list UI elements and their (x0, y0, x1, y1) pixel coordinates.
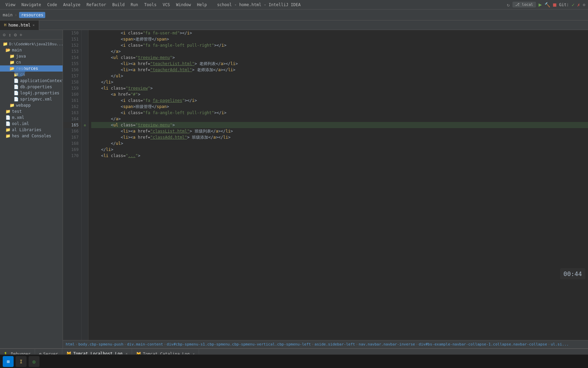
editor-breadcrumb: html › body.cbp-spmenu-push › div.main-c… (63, 340, 588, 348)
code-line-169: </li> (91, 147, 588, 153)
menu-right: ↻ ⎇ local ▶ 🔨 ■ Git: ✓ ✗ ⚙ (507, 1, 585, 8)
menu-item-code[interactable]: Code (45, 2, 60, 8)
bc-nav[interactable]: nav.navbar.navbar-inverse (359, 342, 415, 347)
taskbar: ⊞ I ◎ (0, 354, 588, 368)
line-num-168: 168 (63, 140, 81, 147)
tree-item-springmvc[interactable]: 📄 springmvc.xml (0, 96, 63, 102)
line-num-154: 154 (63, 55, 81, 61)
tree-item-test[interactable]: 📁 test (0, 108, 63, 114)
gutter-163 (82, 110, 88, 116)
code-line-151: <span>老师管理</span> (91, 36, 588, 42)
taskbar-intellij[interactable]: I (16, 356, 27, 367)
tree-item-log4j[interactable]: 📄 log4j.properties (0, 90, 63, 96)
gutter-154 (82, 55, 88, 61)
tab-close-button[interactable]: ✕ (33, 23, 35, 27)
tree-item-cn[interactable]: 📁 cn (0, 59, 63, 65)
html-file-icon: H (4, 23, 6, 27)
bc-body[interactable]: body.cbp-spmenu-push (78, 342, 123, 347)
gutter-155 (82, 61, 88, 67)
menu-item-refactor[interactable]: Refactor (84, 2, 109, 8)
settings-icon[interactable]: ⚙ (13, 31, 17, 38)
code-line-150: <i class="fa fa-user-md"></i> (91, 30, 588, 36)
run-button[interactable]: ▶ (539, 1, 542, 8)
editor-tab-bar: H home.html ✕ (0, 20, 588, 30)
menu-item-help[interactable]: Help (194, 2, 210, 8)
bc-html[interactable]: html (66, 342, 75, 347)
line-num-152: 152 (63, 42, 81, 48)
tree-label-iml: ool.iml (12, 121, 29, 126)
taskbar-chrome[interactable]: ◎ (29, 356, 39, 367)
clock-display: 00:44 (560, 268, 585, 279)
cross-icon[interactable]: ✗ (577, 2, 580, 7)
tab-home-html[interactable]: H home.html ✕ (0, 20, 39, 30)
tree-item-webapp[interactable]: 📁 webapp (0, 102, 63, 108)
line-num-165: 165 (63, 122, 81, 128)
tree-item-appcontext[interactable]: 📄 applicationContext.xml (0, 78, 63, 84)
checkmark-icon[interactable]: ✓ (572, 2, 574, 7)
bc-div-cbp[interactable]: div#cbp-spmenu-s1.cbp-spmenu.cbp-spmenu-… (167, 342, 311, 347)
line-num-155: 155 (63, 61, 81, 67)
folder-icon-resources: 📂 (10, 66, 15, 71)
menu-item-view[interactable]: View (3, 2, 18, 8)
build-button[interactable]: 🔨 (544, 2, 550, 7)
tree-item-resources[interactable]: 📂 resources (0, 65, 63, 72)
sidebar-toolbar: ⊙ ↕ ⚙ + (0, 30, 63, 40)
tree-root[interactable]: 📁 D:\CodeWork\java210su... (0, 41, 63, 47)
tree-item-cn2[interactable]: 📁 cn (0, 72, 63, 78)
gutter-153 (82, 48, 88, 55)
add-icon[interactable]: + (19, 31, 23, 38)
tree-label-cn2: cn (20, 72, 25, 77)
code-line-155: <li><a href="teacherList.html"> 老师列表</a>… (91, 61, 588, 67)
sync-icon[interactable]: ↻ (507, 2, 510, 7)
tree-label-main: main (12, 48, 22, 52)
tree-item-mxml[interactable]: 📄 m.xml (0, 114, 63, 121)
tree-label-log4j: log4j.properties (20, 91, 60, 95)
git-label: Git: (559, 2, 569, 7)
file-icon-iml: 📄 (5, 121, 11, 126)
bc-aside[interactable]: aside.sidebar-left (314, 342, 355, 347)
locate-icon[interactable]: ⊙ (2, 31, 6, 38)
tree-item-ooliml[interactable]: 📄 ool.iml (0, 121, 63, 127)
tree-item-java[interactable]: 📁 java (0, 53, 63, 59)
gutter-162 (82, 104, 88, 110)
tree-item-consoles[interactable]: 📁 hes and Consoles (0, 133, 63, 139)
taskbar-windows[interactable]: ⊞ (3, 356, 14, 367)
tree-label-appcontext: applicationContext.xml (20, 78, 63, 83)
menu-item-window[interactable]: Window (174, 2, 194, 8)
settings-clock: ⚙ (583, 2, 585, 7)
bc-ul[interactable]: ul.si... (551, 342, 569, 347)
collapse-icon[interactable]: ↕ (7, 31, 12, 38)
menu-item-vcs[interactable]: VCS (160, 2, 173, 8)
tree-item-libraries[interactable]: 📁 al Libraries (0, 127, 63, 133)
folder-icon-cn2: 📁 (14, 72, 19, 77)
menu-item-tools[interactable]: Tools (142, 2, 159, 8)
root-folder-icon: 📁 (3, 42, 8, 46)
menu-item-run[interactable]: Run (128, 2, 141, 8)
menu-item-navigate[interactable]: Navigate (19, 2, 44, 8)
code-line-152: <i class="fa fa-angle-left pull-right"><… (91, 42, 588, 48)
menu-item-build[interactable]: Build (110, 2, 127, 8)
editor-gutter: ⊙ (82, 30, 88, 340)
menu-item-analyze[interactable]: Analyze (61, 2, 83, 8)
folder-icon-lib: 📁 (5, 127, 11, 132)
bc-div-bs[interactable]: div#bs-example-navbar-collapse-1.collaps… (419, 342, 547, 347)
branch-selector[interactable]: ⎇ local (512, 2, 536, 7)
bc-div-main[interactable]: div.main-content (127, 342, 163, 347)
tree-label-con: hes and Consoles (12, 134, 51, 138)
folder-icon-test: 📁 (5, 109, 11, 114)
code-content[interactable]: 150 151 152 153 154 155 156 157 158 159 … (63, 30, 588, 340)
project-breadcrumb-main[interactable]: main (3, 13, 13, 17)
project-breadcrumb-resources[interactable]: resources (19, 12, 45, 18)
prop-icon-db: 📄 (14, 85, 19, 89)
code-lines[interactable]: <i class="fa fa-user-md"></i> <span>老师管理… (88, 30, 588, 340)
code-line-167: <li><a href="classAdd.html"> 班级添加</a></l… (91, 134, 588, 140)
code-line-156: <li><a href="teacherAdd.html"> 老师添加</a><… (91, 67, 588, 73)
tree-label-springmvc: springmvc.xml (20, 97, 52, 102)
intellij-icon: I (20, 359, 22, 364)
line-numbers: 150 151 152 153 154 155 156 157 158 159 … (63, 30, 82, 340)
line-num-159: 159 (63, 85, 81, 91)
stop-button[interactable]: ■ (553, 1, 556, 8)
tree-item-main[interactable]: 📂 main (0, 47, 63, 53)
tree-item-dbprops[interactable]: 📄 db.properties (0, 84, 63, 90)
menu-bar: View Navigate Code Analyze Refactor Buil… (0, 0, 588, 10)
